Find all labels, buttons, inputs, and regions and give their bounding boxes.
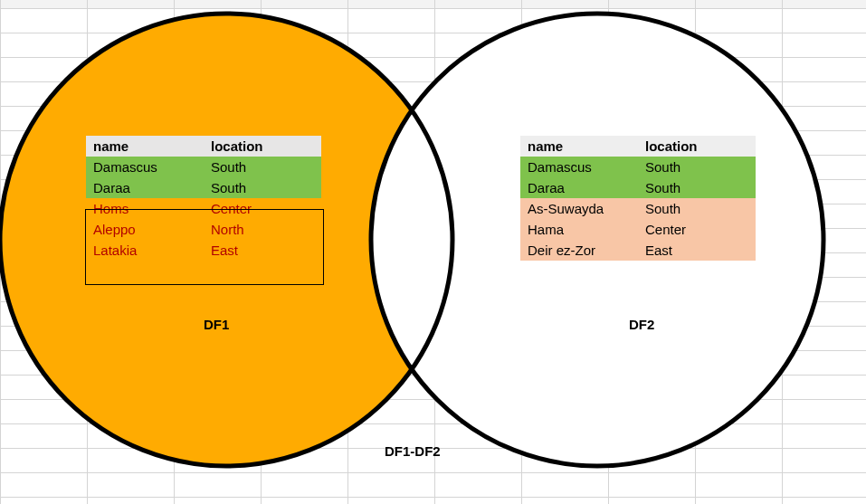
df2-cell-location: Center	[638, 219, 756, 240]
df2-row: As-SuwaydaSouth	[520, 198, 756, 219]
df2-label: DF2	[629, 317, 654, 332]
df2-cell-name: Hama	[520, 219, 638, 240]
df2-cell-location: South	[638, 177, 756, 198]
df2-cell-name: Daraa	[520, 177, 638, 198]
df1-cell-name: Latakia	[86, 240, 204, 261]
df1-header-name: name	[86, 136, 204, 157]
df2-cell-location: South	[638, 198, 756, 219]
df1-cell-location: North	[204, 219, 321, 240]
df1-row: DaraaSouth	[86, 177, 321, 198]
df2-row: DamascusSouth	[520, 157, 756, 177]
df1-cell-name: Aleppo	[86, 219, 204, 240]
df2-table: name location DamascusSouthDaraaSouthAs-…	[520, 136, 756, 261]
df1-cell-location: Center	[204, 198, 321, 219]
df1-cell-name: Damascus	[86, 157, 204, 177]
df2-cell-name: As-Suwayda	[520, 198, 638, 219]
df2-header-row: name location	[520, 136, 756, 157]
df1-cell-name: Daraa	[86, 177, 204, 198]
df1-cell-location: East	[204, 240, 321, 261]
df1-row: AleppoNorth	[86, 219, 321, 240]
diff-label: DF1-DF2	[385, 443, 441, 459]
df2-row: HamaCenter	[520, 219, 756, 240]
df1-cell-location: South	[204, 157, 321, 177]
df2-cell-location: South	[638, 157, 756, 177]
df1-header-location: location	[204, 136, 321, 157]
df1-cell-name: Homs	[86, 198, 204, 219]
df1-row: LatakiaEast	[86, 240, 321, 261]
df1-header-row: name location	[86, 136, 321, 157]
df2-cell-name: Deir ez-Zor	[520, 240, 638, 261]
df2-cell-location: East	[638, 240, 756, 261]
df2-header-name: name	[520, 136, 638, 157]
spreadsheet-canvas: name location DamascusSouthDaraaSouthHom…	[0, 0, 866, 504]
df1-table: name location DamascusSouthDaraaSouthHom…	[86, 136, 321, 261]
df2-row: Deir ez-ZorEast	[520, 240, 756, 261]
df2-cell-name: Damascus	[520, 157, 638, 177]
df1-cell-location: South	[204, 177, 321, 198]
df2-header-location: location	[638, 136, 756, 157]
df2-row: DaraaSouth	[520, 177, 756, 198]
df1-row: HomsCenter	[86, 198, 321, 219]
df1-label: DF1	[204, 317, 229, 332]
df1-row: DamascusSouth	[86, 157, 321, 177]
sheet-top-strip	[0, 0, 866, 9]
